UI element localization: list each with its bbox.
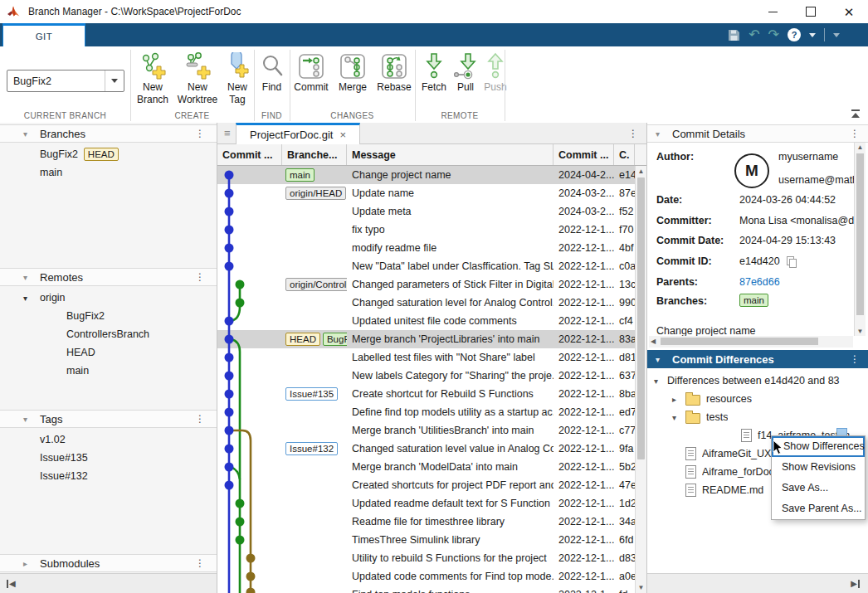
current-branch-combo[interactable]: BugFix2: [7, 70, 124, 92]
context-menu-item[interactable]: Show Revisions: [772, 457, 865, 478]
commit-row[interactable]: Readme file for timesthree library 2022-…: [217, 513, 635, 531]
new-tag-button[interactable]: New Tag: [221, 51, 254, 106]
panel-menu-icon[interactable]: ≡: [224, 128, 231, 139]
commit-row[interactable]: New labels Category for "Sharing" the pr…: [217, 367, 635, 385]
tab-git[interactable]: GIT: [2, 23, 85, 46]
commit-row[interactable]: Update meta 2024-03-2... f52: [217, 202, 635, 221]
redo-icon[interactable]: ↷: [768, 28, 779, 41]
commit-row[interactable]: New "Data" label under Clasffication. Ta…: [217, 257, 635, 275]
col-commit-graph[interactable]: Commit ...: [217, 144, 282, 165]
commit-row[interactable]: Utility to rebuild S Functions for the p…: [217, 549, 635, 567]
commit-row[interactable]: Changed saturation level for Analog Cont…: [217, 294, 635, 312]
branches-panel-header[interactable]: ▾ Branches ⋮: [0, 124, 217, 143]
collapsed-triangle-icon[interactable]: ▸: [0, 559, 40, 568]
undo-icon[interactable]: ↶: [749, 28, 759, 41]
scrollbar-thumb[interactable]: [637, 177, 645, 459]
context-menu-item[interactable]: Save Parent As...: [772, 498, 865, 519]
commit-row[interactable]: Updated unitest file code comments 2022-…: [217, 312, 635, 330]
differences-hscrollbar[interactable]: ▶: [647, 573, 868, 593]
commit-row[interactable]: Merge branch 'UtilitiesBranch' into main…: [217, 421, 635, 440]
commit-row[interactable]: Issue#135 Create shortcut for Rebuild S …: [217, 385, 635, 403]
col-commit-date[interactable]: Commit ...: [553, 144, 614, 165]
commit-row[interactable]: main Change project name 2024-04-2... e1…: [217, 166, 635, 184]
col-message[interactable]: Message: [347, 144, 553, 165]
new-branch-button[interactable]: New Branch: [130, 51, 175, 106]
remote-branch-item[interactable]: HEAD: [0, 343, 217, 362]
scroll-up-icon[interactable]: ▲: [855, 143, 866, 151]
find-button[interactable]: Find: [254, 51, 290, 94]
branch-item-main[interactable]: main: [0, 163, 217, 182]
diff-tree-node[interactable]: tests: [647, 408, 868, 426]
branches-menu-icon[interactable]: ⋮: [195, 128, 205, 139]
commit-differences-header[interactable]: ▾ Commit Differences ⋮: [647, 350, 868, 368]
rebase-button[interactable]: Rebase: [373, 51, 415, 94]
tags-menu-icon[interactable]: ⋮: [195, 413, 205, 425]
expander-icon[interactable]: [672, 395, 685, 404]
tab-close-icon[interactable]: ×: [339, 129, 346, 141]
commit-row[interactable]: TimesThree Simulink library 2022-12-1...…: [217, 531, 635, 549]
commit-row[interactable]: Merge branch 'ModelData' into main 2022-…: [217, 458, 635, 476]
pull-button[interactable]: Pull: [451, 51, 480, 94]
commit-details-header[interactable]: ▾ Commit Details ⋮: [647, 124, 868, 143]
commit-row[interactable]: HEAD BugFix2 Merge branch 'ProjectLibrar…: [217, 330, 635, 348]
new-worktree-button[interactable]: New Worktree: [173, 51, 222, 106]
commit-row[interactable]: Created shortcuts for project PDF report…: [217, 476, 635, 494]
commit-details-vscrollbar[interactable]: ▲ ▼: [854, 143, 866, 336]
parent-commit-link[interactable]: 87e6d66: [739, 276, 780, 288]
expanded-triangle-icon[interactable]: ▾: [23, 294, 27, 303]
document-tabbar-menu-icon[interactable]: ⋮: [628, 128, 638, 139]
col-branches[interactable]: Branche...: [282, 144, 347, 165]
merge-button[interactable]: Merge: [334, 51, 371, 94]
remote-branch-item[interactable]: main: [0, 362, 217, 380]
help-icon[interactable]: ?: [788, 28, 801, 41]
scroll-end-icon[interactable]: ▶: [851, 579, 860, 588]
expander-icon[interactable]: [672, 413, 685, 422]
collapse-triangle-icon[interactable]: ▾: [0, 129, 40, 139]
tag-item[interactable]: Issue#135: [0, 449, 217, 467]
commit-button[interactable]: Commit: [291, 51, 331, 94]
collapse-triangle-icon[interactable]: ▾: [647, 355, 672, 364]
commit-details-menu-icon[interactable]: ⋮: [850, 128, 860, 139]
expander-icon[interactable]: [654, 377, 667, 386]
remotes-panel-header[interactable]: ▾ Remotes ⋮: [0, 268, 217, 286]
tag-item[interactable]: Issue#132: [0, 467, 217, 485]
maximize-button[interactable]: [792, 0, 830, 23]
toolstrip-options-icon[interactable]: [833, 33, 840, 37]
remote-branch-item[interactable]: ControllersBranch: [0, 325, 217, 343]
diff-tree-root[interactable]: Differences between e14d420 and 83: [647, 372, 868, 390]
commit-row[interactable]: Find top models functions 2022-12-1... f…: [217, 586, 635, 593]
commit-row[interactable]: origin/ControllersBranch Changed paramet…: [217, 275, 635, 294]
commit-differences-menu-icon[interactable]: ⋮: [850, 353, 860, 365]
commit-row[interactable]: origin/HEAD Update name 2024-03-2... 87e: [217, 184, 635, 202]
scrollbar-thumb[interactable]: [856, 153, 864, 315]
combo-dropdown-icon[interactable]: [105, 70, 124, 91]
branch-item-bugfix2[interactable]: BugFix2 HEAD: [0, 145, 217, 163]
collapse-triangle-icon[interactable]: ▾: [0, 415, 40, 424]
current-branch-value[interactable]: BugFix2: [7, 70, 105, 91]
remote-branch-item[interactable]: BugFix2: [0, 307, 217, 325]
commit-row[interactable]: Updated readme default text for S Functi…: [217, 494, 635, 513]
remotes-menu-icon[interactable]: ⋮: [195, 271, 205, 283]
fetch-button[interactable]: Fetch: [417, 51, 451, 94]
minimize-button[interactable]: [753, 0, 792, 23]
diff-tree-node[interactable]: resources: [647, 390, 868, 408]
copy-icon[interactable]: [787, 256, 795, 266]
close-button[interactable]: ✕: [830, 0, 868, 23]
commit-row[interactable]: modify readme file 2022-12-1... 4bf: [217, 239, 635, 257]
commit-row[interactable]: Issue#132 Changed saturation level value…: [217, 440, 635, 458]
help-dropdown-icon[interactable]: [809, 33, 816, 37]
scrollbar-thumb[interactable]: [661, 338, 818, 345]
tags-panel-header[interactable]: ▾ Tags ⋮: [0, 410, 217, 428]
commit-table-vscrollbar[interactable]: ▲ ▼: [635, 166, 646, 593]
save-icon[interactable]: [728, 29, 740, 41]
push-button[interactable]: Push: [480, 51, 510, 94]
commit-row[interactable]: fix typo 2022-12-1... f70: [217, 221, 635, 239]
submodules-panel-header[interactable]: ▸ Submodules ⋮: [0, 554, 217, 572]
commit-row[interactable]: Updated code comments for Find top mode.…: [217, 567, 635, 586]
remote-item-origin[interactable]: ▾ origin: [0, 289, 217, 307]
sidebar-hscrollbar[interactable]: ◀: [0, 573, 217, 593]
collapse-triangle-icon[interactable]: ▾: [647, 129, 672, 139]
col-commit-id[interactable]: C.: [614, 144, 635, 165]
context-menu-item[interactable]: Save As...: [772, 478, 865, 498]
scroll-down-icon[interactable]: ▼: [855, 328, 866, 335]
